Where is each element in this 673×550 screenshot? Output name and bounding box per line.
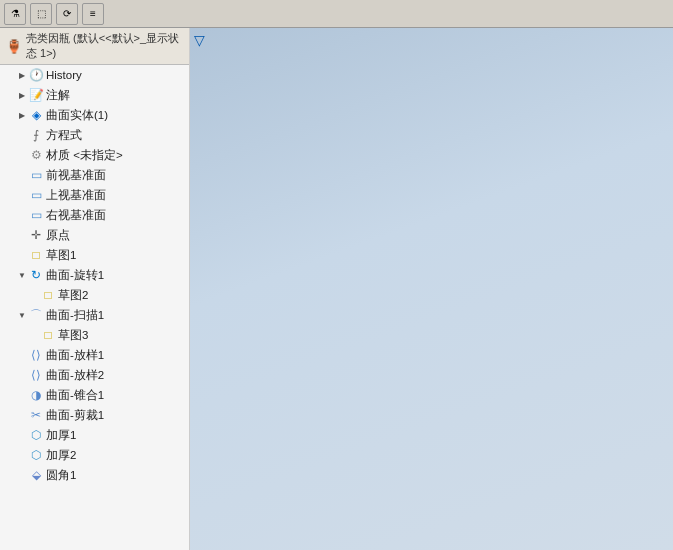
tree-item-scale1[interactable]: ⟨⟩曲面-放样1 (0, 345, 189, 365)
origin-icon: ✛ (28, 227, 44, 243)
plane-icon: ▭ (28, 167, 44, 183)
scale-icon: ⟨⟩ (28, 367, 44, 383)
tree-item-front-plane[interactable]: ▭前视基准面 (0, 165, 189, 185)
viewport[interactable]: R15 120 100 (190, 28, 673, 550)
sketch-icon: □ (40, 327, 56, 343)
label-trim1: 曲面-剪裁1 (46, 408, 104, 423)
formula-icon: ⨍ (28, 127, 44, 143)
expand-arrow-front-plane[interactable] (16, 169, 28, 181)
label-thicken1: 加厚1 (46, 428, 76, 443)
expand-arrow-right-plane[interactable] (16, 209, 28, 221)
tree-item-sketch3[interactable]: □草图3 (0, 325, 189, 345)
toolbar: ⚗ ⬚ ⟳ ≡ (0, 0, 673, 28)
label-top-plane: 上视基准面 (46, 188, 106, 203)
plane-icon: ▭ (28, 207, 44, 223)
tree-item-thicken1[interactable]: ⬡加厚1 (0, 425, 189, 445)
tree-item-scale2[interactable]: ⟨⟩曲面-放样2 (0, 365, 189, 385)
expand-arrow-fillet1[interactable] (16, 469, 28, 481)
sketch-icon: □ (40, 287, 56, 303)
expand-arrow-top-plane[interactable] (16, 189, 28, 201)
tree-item-revolve1[interactable]: ▼↻曲面-旋转1 (0, 265, 189, 285)
tree-item-history[interactable]: ▶🕐History (0, 65, 189, 85)
expand-arrow-sketch2[interactable] (28, 289, 40, 301)
tree-item-formula[interactable]: ⨍方程式 (0, 125, 189, 145)
label-history: History (46, 69, 82, 81)
expand-arrow-thicken1[interactable] (16, 429, 28, 441)
sketch-icon: □ (28, 247, 44, 263)
label-revolve1: 曲面-旋转1 (46, 268, 104, 283)
tree-item-trim1[interactable]: ✂曲面-剪裁1 (0, 405, 189, 425)
header-title: 壳类因瓶 (默认<<默认>_显示状态 1>) (26, 31, 183, 61)
label-note: 注解 (46, 88, 70, 103)
expand-arrow-scale1[interactable] (16, 349, 28, 361)
label-surface-body: 曲面实体(1) (46, 108, 108, 123)
tree-item-top-plane[interactable]: ▭上视基准面 (0, 185, 189, 205)
sidebar: 🏺 壳类因瓶 (默认<<默认>_显示状态 1>) ▶🕐History▶📝注解▶◈… (0, 28, 190, 550)
tree-item-fillet1[interactable]: ⬙圆角1 (0, 465, 189, 485)
label-front-plane: 前视基准面 (46, 168, 106, 183)
note-icon: 📝 (28, 87, 44, 103)
tree-item-sketch1[interactable]: □草图1 (0, 245, 189, 265)
tree-item-thicken2[interactable]: ⬡加厚2 (0, 445, 189, 465)
expand-arrow-scale2[interactable] (16, 369, 28, 381)
expand-arrow-thicken2[interactable] (16, 449, 28, 461)
tree-container: ▶🕐History▶📝注解▶◈曲面实体(1)⨍方程式⚙材质 <未指定>▭前视基准… (0, 65, 189, 485)
surface-icon: ◈ (28, 107, 44, 123)
expand-arrow-surface-body[interactable]: ▶ (16, 109, 28, 121)
expand-arrow-formula[interactable] (16, 129, 28, 141)
material-icon: ⚙ (28, 147, 44, 163)
sweep-icon: ⌒ (28, 307, 44, 323)
label-scale2: 曲面-放样2 (46, 368, 104, 383)
header-icon: 🏺 (6, 39, 22, 54)
plane-icon: ▭ (28, 187, 44, 203)
refresh-btn[interactable]: ⟳ (56, 3, 78, 25)
expand-arrow-material[interactable] (16, 149, 28, 161)
filter-overlay-icon: ▽ (194, 32, 205, 48)
expand-arrow-history[interactable]: ▶ (16, 69, 28, 81)
tree-item-right-plane[interactable]: ▭右视基准面 (0, 205, 189, 225)
label-sketch3: 草图3 (58, 328, 88, 343)
scale-icon: ⟨⟩ (28, 347, 44, 363)
cone-icon: ◑ (28, 387, 44, 403)
fillet-icon: ⬙ (28, 467, 44, 483)
label-scale1: 曲面-放样1 (46, 348, 104, 363)
label-sketch2: 草图2 (58, 288, 88, 303)
label-fillet1: 圆角1 (46, 468, 76, 483)
label-cone1: 曲面-锥合1 (46, 388, 104, 403)
expand-arrow-cone1[interactable] (16, 389, 28, 401)
expand-arrow-origin[interactable] (16, 229, 28, 241)
expand-arrow-sketch3[interactable] (28, 329, 40, 341)
tree-item-sketch2[interactable]: □草图2 (0, 285, 189, 305)
expand-arrow-trim1[interactable] (16, 409, 28, 421)
label-sketch1: 草图1 (46, 248, 76, 263)
filter-btn[interactable]: ⚗ (4, 3, 26, 25)
label-formula: 方程式 (46, 128, 82, 143)
expand-arrow-note[interactable]: ▶ (16, 89, 28, 101)
label-sweep1: 曲面-扫描1 (46, 308, 104, 323)
tree-item-surface-body[interactable]: ▶◈曲面实体(1) (0, 105, 189, 125)
expand-arrow-revolve1[interactable]: ▼ (16, 269, 28, 281)
view-btn[interactable]: ⬚ (30, 3, 52, 25)
label-material: 材质 <未指定> (46, 148, 123, 163)
menu-btn[interactable]: ≡ (82, 3, 104, 25)
thicken-icon: ⬡ (28, 447, 44, 463)
expand-arrow-sweep1[interactable]: ▼ (16, 309, 28, 321)
sidebar-header[interactable]: 🏺 壳类因瓶 (默认<<默认>_显示状态 1>) (0, 28, 189, 65)
tree-item-cone1[interactable]: ◑曲面-锥合1 (0, 385, 189, 405)
expand-arrow-sketch1[interactable] (16, 249, 28, 261)
label-right-plane: 右视基准面 (46, 208, 106, 223)
trim-icon: ✂ (28, 407, 44, 423)
label-origin: 原点 (46, 228, 70, 243)
thicken-icon: ⬡ (28, 427, 44, 443)
tree-item-sweep1[interactable]: ▼⌒曲面-扫描1 (0, 305, 189, 325)
revolve-icon: ↻ (28, 267, 44, 283)
label-thicken2: 加厚2 (46, 448, 76, 463)
main-area: 🏺 壳类因瓶 (默认<<默认>_显示状态 1>) ▶🕐History▶📝注解▶◈… (0, 28, 673, 550)
tree-item-material[interactable]: ⚙材质 <未指定> (0, 145, 189, 165)
viewport-background (190, 28, 673, 550)
tree-item-note[interactable]: ▶📝注解 (0, 85, 189, 105)
clock-icon: 🕐 (28, 67, 44, 83)
tree-item-origin[interactable]: ✛原点 (0, 225, 189, 245)
